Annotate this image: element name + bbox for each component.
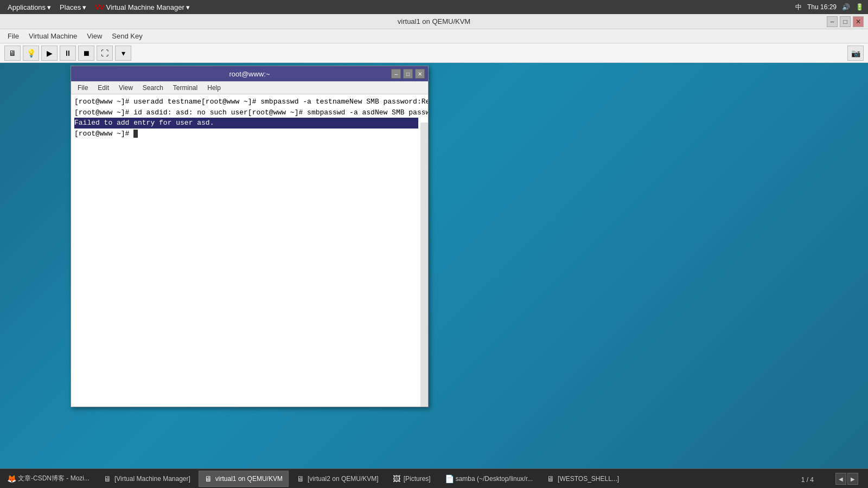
vm-manager-label: Virtual Machine Manager [106,3,184,11]
lang-indicator: 中 [795,3,802,12]
screenshot-btn[interactable]: 📷 [847,46,864,61]
system-bar-right: 中 Thu 16:29 🔊 🔋 [795,3,864,12]
taskbar-icon-pictures: 🖼 [393,474,401,483]
vm-menubar: File Virtual Machine View Send Key [0,29,868,43]
terminal-minimize-btn[interactable]: – [391,69,401,79]
terminal-title: root@www:~ [229,70,270,78]
terminal-line-0: [root@www ~]# useradd testname [74,98,201,106]
fullscreen-btn[interactable]: ⛶ [97,46,113,61]
terminal-maximize-btn[interactable]: □ [403,69,413,79]
term-menu-terminal[interactable]: Terminal [169,84,202,92]
taskbar-label-virtual1: virtual1 on QEMU/KVM [215,475,283,483]
vm-manager-menu[interactable]: VV Virtual Machine Manager ▾ [92,2,193,12]
play-btn[interactable]: ▶ [41,46,58,61]
taskbar-label-mozilla: 文章-CSDN博客 - Mozi... [18,474,90,483]
nav-arrows: ◀ ▶ [835,473,858,485]
terminal-window: root@www:~ – □ ✕ File Edit View Search T… [71,66,429,407]
vm-menu-virtual-machine[interactable]: Virtual Machine [24,31,81,41]
taskbar-label-westos-shell: [WESTOS_SHELL...] [558,475,619,483]
vm-close-btn[interactable]: ✕ [853,16,864,27]
vm-manager-window: virtual1 on QEMU/KVM – □ ✕ File Virtual … [0,14,868,488]
terminal-line-11: [root@www ~]# [74,130,138,138]
term-menu-file[interactable]: File [73,84,92,92]
clock: Thu 16:29 [807,3,837,11]
terminal-title-controls: – □ ✕ [391,69,425,79]
taskbar-item-pictures[interactable]: 🖼[Pictures] [387,471,437,487]
pause-btn[interactable]: ⏸ [60,46,76,61]
vm-main: 🏠 home 🗑 Trash 💿 rhel-server-7.3-x86_64-… [0,63,868,488]
taskbar-label-samba: samba (~/Desktop/linux/r... [456,475,533,483]
terminal-line-7: [root@www ~]# smbpasswd -a asd [248,108,375,117]
terminal-line-5: [root@www ~]# id asd [74,108,159,117]
terminal-title-bar: root@www:~ – □ ✕ [71,66,428,81]
places-label: Places [60,3,81,11]
taskbar-icon-virtual1: 🖥 [205,474,213,483]
terminal-line-6: id: asd: no such user [159,108,248,117]
term-menu-view[interactable]: View [114,84,137,92]
taskbar-icon-westos-shell: 🖥 [547,474,556,483]
vm-toolbar: 🖥 💡 ▶ ⏸ ⏹ ⛶ ▾ 📷 [0,43,868,63]
term-menu-search[interactable]: Search [138,84,168,92]
volume-icon: 🔊 [842,3,850,11]
taskbar-label-virt-manager: [Virtual Machine Manager] [114,475,190,483]
bulb-btn[interactable]: 💡 [23,46,39,61]
taskbar-item-virt-manager[interactable]: 🖥[Virtual Machine Manager] [98,471,196,487]
taskbar-items: 🦊文章-CSDN博客 - Mozi...🖥[Virtual Machine Ma… [0,471,868,487]
system-bar-left: Applications ▾ Places ▾ VV Virtual Machi… [4,2,193,12]
applications-arrow: ▾ [47,3,51,11]
taskbar-item-samba[interactable]: 📄samba (~/Desktop/linux/r... [439,471,539,487]
vm-menu-file[interactable]: File [3,31,23,41]
vm-title-controls: – □ ✕ [827,16,864,27]
vm-title-bar: virtual1 on QEMU/KVM – □ ✕ [0,14,868,29]
dropdown-btn[interactable]: ▾ [115,46,131,61]
vm-title: virtual1 on QEMU/KVM [398,17,470,25]
taskbar-item-virtual1[interactable]: 🖥virtual1 on QEMU/KVM [199,471,289,487]
vm-menu-send-key[interactable]: Send Key [107,31,146,41]
taskbar-icon-virt-manager: 🖥 [104,474,112,483]
taskbar-label-pictures: [Pictures] [404,475,431,483]
term-menu-edit[interactable]: Edit [93,84,113,92]
desktop: 🏠 home 🗑 Trash 💿 rhel-server-7.3-x86_64-… [0,63,868,488]
taskbar-icon-virtual2: 🖥 [297,474,305,483]
prev-page-btn[interactable]: ◀ [835,473,846,485]
taskbar-label-virtual2: [virtual2 on QEMU/KVM] [308,475,379,483]
term-menu-help[interactable]: Help [203,84,225,92]
applications-label: Applications [8,3,46,11]
terminal-line-8: New SMB password: [375,108,428,117]
taskbar: 🦊文章-CSDN博客 - Mozi...🖥[Virtual Machine Ma… [0,468,868,488]
taskbar-item-virtual2[interactable]: 🖥[virtual2 on QEMU/KVM] [291,471,385,487]
battery-icon: 🔋 [856,3,864,11]
terminal-close-btn[interactable]: ✕ [415,69,425,79]
terminal-line-2: New SMB password: [349,98,422,106]
next-page-btn[interactable]: ▶ [847,473,858,485]
vm-minimize-btn[interactable]: – [827,16,838,27]
terminal-line-1: [root@www ~]# smbpasswd -a testname [201,98,349,106]
terminal-line-3: Retype new SMB password: [422,98,428,106]
vm-manager-arrow: ▾ [186,3,190,11]
stop-btn[interactable]: ⏹ [78,46,94,61]
terminal-line-10: Failed to add entry for user asd. [74,118,418,129]
taskbar-icon-samba: 📄 [445,474,454,483]
terminal-menubar: File Edit View Search Terminal Help [71,81,428,94]
vm-menu-view[interactable]: View [82,31,106,41]
monitor-btn[interactable]: 🖥 [4,46,21,61]
terminal-content[interactable]: [root@www ~]# useradd testname[root@www … [71,94,428,407]
vm-icon: VV [95,3,104,11]
terminal-scrollbar[interactable] [420,123,428,407]
taskbar-item-westos-shell[interactable]: 🖥[WESTOS_SHELL...] [541,471,625,487]
page-indicator: 1 / 4 [801,476,814,484]
taskbar-item-mozilla[interactable]: 🦊文章-CSDN博客 - Mozi... [1,471,95,487]
system-bar: Applications ▾ Places ▾ VV Virtual Machi… [0,0,868,14]
taskbar-icon-mozilla: 🦊 [7,474,16,483]
places-menu[interactable]: Places ▾ [56,2,90,12]
vm-maximize-btn[interactable]: □ [840,16,851,27]
places-arrow: ▾ [82,3,86,11]
applications-menu[interactable]: Applications ▾ [4,2,54,12]
